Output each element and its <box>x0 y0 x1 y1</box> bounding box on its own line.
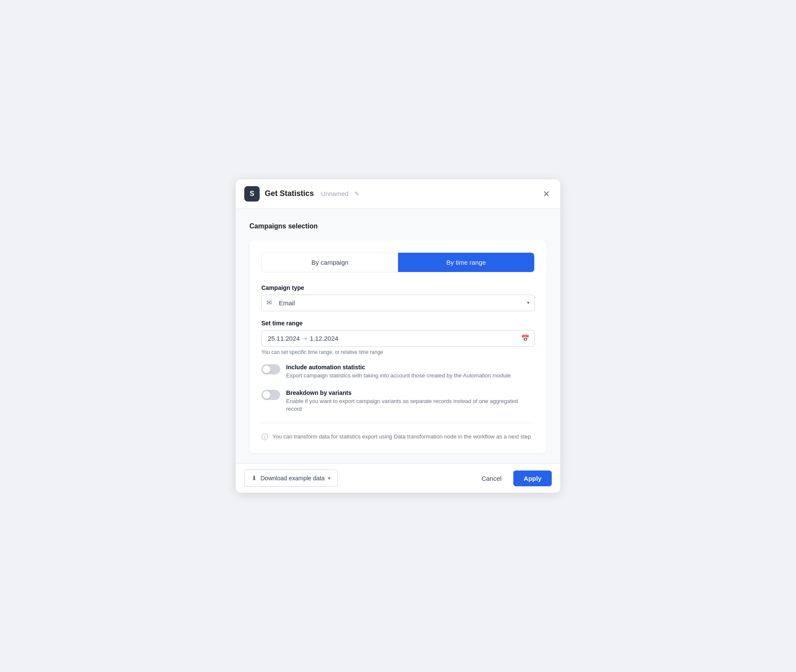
variants-toggle-row: Breakdown by variants Enable if you want… <box>261 389 535 414</box>
settings-card: By campaign By time range Campaign type … <box>249 240 547 453</box>
apply-button[interactable]: Apply <box>513 470 552 486</box>
download-example-button[interactable]: ⬇ Download example data ▾ <box>244 470 338 487</box>
download-chevron-icon: ▾ <box>328 475 331 481</box>
modal-header: S Get Statistics Unnamed ✎ ✕ <box>236 179 560 209</box>
automation-toggle-text: Include automation statistic Export camp… <box>286 364 511 380</box>
automation-slider <box>261 364 280 374</box>
automation-toggle-row: Include automation statistic Export camp… <box>261 364 535 380</box>
tab-by-campaign[interactable]: By campaign <box>262 253 398 272</box>
modal-container: S Get Statistics Unnamed ✎ ✕ Campaigns s… <box>236 179 560 493</box>
variants-toggle-text: Breakdown by variants Enable if you want… <box>286 389 535 414</box>
app-icon: S <box>244 186 260 202</box>
time-range-field: Set time range 📅 You can set specific ti… <box>261 320 535 355</box>
info-icon: ⓘ <box>261 433 268 442</box>
campaign-type-field: Campaign type ✉ Email SMS Push ▾ <box>261 284 535 311</box>
variants-toggle-title: Breakdown by variants <box>286 389 535 396</box>
close-icon: ✕ <box>543 189 550 199</box>
download-label: Download example data <box>260 475 325 482</box>
modal-footer: ⬇ Download example data ▾ Cancel Apply <box>236 463 560 493</box>
edit-icon[interactable]: ✎ <box>354 190 360 197</box>
variants-toggle[interactable] <box>261 390 280 400</box>
divider <box>261 423 535 423</box>
automation-toggle-desc: Export campaign statistics with taking i… <box>286 372 511 380</box>
automation-toggle[interactable] <box>261 364 280 374</box>
tab-by-time-range[interactable]: By time range <box>398 253 534 272</box>
cancel-button[interactable]: Cancel <box>474 470 509 486</box>
time-range-hint: You can set specific time range, or rela… <box>261 349 535 355</box>
date-range-wrapper: 📅 <box>261 330 535 347</box>
app-title: Get Statistics <box>265 189 314 198</box>
tab-switcher: By campaign By time range <box>261 252 535 272</box>
campaign-type-select[interactable]: Email SMS Push <box>261 295 535 311</box>
close-button[interactable]: ✕ <box>541 187 552 201</box>
automation-toggle-title: Include automation statistic <box>286 364 511 371</box>
download-icon: ⬇ <box>252 474 257 482</box>
footer-actions: Cancel Apply <box>474 470 552 486</box>
info-box: ⓘ You can transform data for statistics … <box>261 432 535 443</box>
section-title: Campaigns selection <box>249 222 547 230</box>
variants-slider <box>261 390 280 400</box>
workflow-name: Unnamed <box>321 190 348 197</box>
campaign-type-select-wrapper: ✉ Email SMS Push ▾ <box>261 295 535 311</box>
variants-toggle-desc: Enable if you want to export campaign va… <box>286 397 535 414</box>
modal-body: Campaigns selection By campaign By time … <box>236 209 560 464</box>
date-range-input[interactable] <box>261 330 535 347</box>
info-text: You can transform data for statistics ex… <box>272 432 531 441</box>
campaign-type-label: Campaign type <box>261 284 535 291</box>
time-range-label: Set time range <box>261 320 535 327</box>
